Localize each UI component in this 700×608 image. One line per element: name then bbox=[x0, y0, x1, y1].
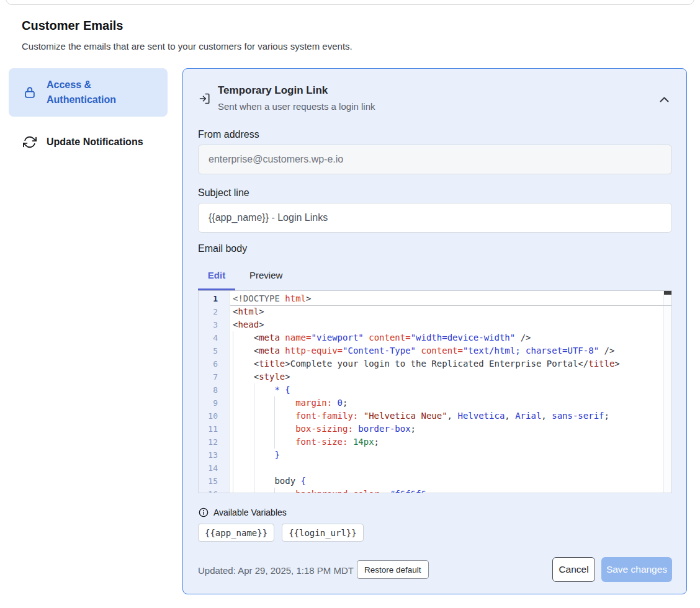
line-number: 11 bbox=[199, 422, 229, 436]
editor-tabs: Edit Preview bbox=[198, 270, 282, 288]
indent-guide bbox=[233, 331, 233, 493]
restore-default-button[interactable]: Restore default bbox=[357, 560, 429, 579]
line-number: 15 bbox=[199, 475, 229, 488]
log-in-icon bbox=[199, 92, 211, 105]
code-line[interactable]: <title>Complete your login to the Replic… bbox=[233, 357, 663, 370]
active-tab-indicator bbox=[198, 288, 235, 290]
code-editor[interactable]: 12345678910111213141516 <!DOCTYPE html><… bbox=[198, 290, 672, 493]
line-number: 4 bbox=[199, 331, 229, 344]
line-number: 8 bbox=[199, 383, 229, 396]
code-line[interactable]: margin: 0; bbox=[233, 396, 663, 409]
code-line[interactable]: background-color: #f6f6f6; bbox=[233, 488, 663, 493]
sidebar-item-update-notifications[interactable]: Update Notifications bbox=[9, 127, 168, 157]
subject-line-input[interactable] bbox=[198, 203, 672, 233]
editor-scrollbar-thumb[interactable] bbox=[664, 291, 671, 295]
line-number: 2 bbox=[199, 305, 229, 318]
sidebar-item-access-authentication[interactable]: Access & Authentication bbox=[9, 68, 168, 117]
tab-edit[interactable]: Edit bbox=[198, 270, 235, 288]
variable-chip[interactable]: {{login_url}} bbox=[282, 524, 364, 542]
save-changes-button[interactable]: Save changes bbox=[601, 557, 672, 582]
subject-line-label: Subject line bbox=[198, 187, 249, 199]
email-body-label: Email body bbox=[198, 243, 247, 254]
page: Customer Emails Customize the emails tha… bbox=[0, 0, 700, 608]
variable-chip[interactable]: {{app_name}} bbox=[198, 524, 274, 542]
line-number: 13 bbox=[199, 449, 229, 462]
available-variables-label: Available Variables bbox=[213, 507, 287, 517]
indent-guide bbox=[274, 488, 275, 493]
lock-icon bbox=[22, 85, 37, 100]
from-address-label: From address bbox=[198, 129, 259, 140]
page-subtitle: Customize the emails that are sent to yo… bbox=[22, 41, 352, 51]
code-line[interactable]: <style> bbox=[233, 370, 663, 383]
cancel-button[interactable]: Cancel bbox=[552, 557, 595, 582]
line-number: 3 bbox=[199, 318, 229, 331]
sidebar: Access & Authentication Update Notificat… bbox=[9, 68, 168, 157]
email-settings-card: Temporary Login Link Sent when a user re… bbox=[182, 68, 687, 594]
active-line-border bbox=[230, 305, 671, 306]
page-title: Customer Emails bbox=[22, 19, 123, 33]
code-line[interactable]: * { bbox=[233, 383, 663, 396]
editor-line-numbers: 12345678910111213141516 bbox=[199, 291, 230, 493]
line-number: 1 bbox=[199, 292, 229, 305]
from-address-input[interactable] bbox=[198, 145, 672, 174]
editor-scrollbar[interactable] bbox=[663, 291, 671, 493]
card-title: Temporary Login Link bbox=[218, 84, 328, 97]
info-icon bbox=[199, 507, 209, 517]
sidebar-item-label: Update Notifications bbox=[47, 135, 150, 150]
indent-guide bbox=[274, 396, 275, 449]
updated-timestamp: Updated: Apr 29, 2025, 1:18 PM MDT bbox=[198, 565, 354, 576]
tab-preview[interactable]: Preview bbox=[249, 270, 282, 288]
line-number: 6 bbox=[199, 357, 229, 370]
code-line[interactable]: <meta http-equiv="Content-Type" content=… bbox=[233, 344, 663, 357]
code-line[interactable]: font-family: "Helvetica Neue", Helvetica… bbox=[233, 409, 663, 422]
line-number: 5 bbox=[199, 344, 229, 357]
code-line[interactable]: font-size: 14px; bbox=[233, 436, 663, 449]
line-number: 14 bbox=[199, 462, 229, 475]
variable-chips: {{app_name}}{{login_url}} bbox=[198, 524, 364, 542]
code-line[interactable]: <!DOCTYPE html> bbox=[233, 292, 663, 305]
refresh-icon bbox=[22, 135, 37, 150]
line-number: 9 bbox=[199, 396, 229, 409]
card-subtitle: Sent when a user requests a login link bbox=[218, 101, 375, 112]
sidebar-item-label: Access & Authentication bbox=[47, 78, 168, 107]
code-line[interactable] bbox=[233, 462, 663, 475]
chevron-up-icon[interactable] bbox=[657, 92, 671, 106]
code-line[interactable]: box-sizing: border-box; bbox=[233, 422, 663, 436]
indent-guide bbox=[254, 383, 254, 493]
editor-code-lines[interactable]: <!DOCTYPE html><html><head> <meta name="… bbox=[230, 291, 663, 493]
code-line[interactable]: <meta name="viewport" content="width=dev… bbox=[233, 331, 663, 344]
line-number: 10 bbox=[199, 409, 229, 422]
line-number: 12 bbox=[199, 436, 229, 449]
code-line[interactable]: <head> bbox=[233, 318, 663, 331]
code-line[interactable]: <html> bbox=[233, 305, 663, 318]
line-number: 7 bbox=[199, 370, 229, 383]
previous-card-edge bbox=[6, 0, 694, 5]
line-number: 16 bbox=[199, 488, 229, 493]
code-line[interactable]: } bbox=[233, 449, 663, 462]
code-line[interactable]: body { bbox=[233, 475, 663, 488]
